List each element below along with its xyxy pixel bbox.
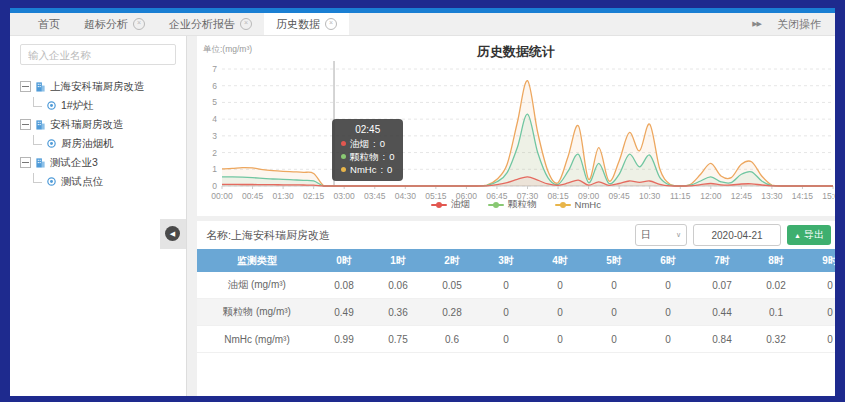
legend-dot-icon [560,202,566,208]
tree-node-point[interactable]: 1#炉灶 [20,96,180,115]
column-header: 监测类型 [197,254,317,268]
monitor-point-icon [46,100,57,111]
data-cell: 0 [803,280,835,291]
data-cell: 0 [587,334,641,345]
column-header: 6时 [641,254,695,268]
period-select-value: 日 [641,228,651,242]
data-cell: 0 [533,280,587,291]
date-value: 2020-04-21 [711,230,762,241]
tree-node-label: 上海安科瑞厨房改造 [50,80,145,94]
close-icon[interactable]: × [325,18,337,30]
app-window: 首页 超标分析 × 企业分析报告 × 历史数据 × ▶▶ 关闭操作 [10,13,835,396]
svg-text:1: 1 [212,164,217,174]
chevron-left-icon: ◀ [170,230,175,238]
data-cell: 0 [641,334,695,345]
legend-line-icon [555,204,571,206]
collapse-node-icon[interactable] [20,157,31,168]
tree-connector [33,135,42,145]
tree-node-label: 1#炉灶 [61,99,94,113]
legend-line-icon [431,204,447,206]
data-cell: 0 [803,334,835,345]
svg-text:0: 0 [212,181,217,191]
tabbar-actions: ▶▶ 关闭操作 [752,13,835,35]
tree-node-enterprise[interactable]: 测试企业3 [20,153,180,172]
tab-enterprise-report[interactable]: 企业分析报告 × [157,13,264,35]
close-icon[interactable]: × [133,18,145,30]
monitor-point-icon [46,176,57,187]
table-toolbar: 名称:上海安科瑞厨房改造 日 ∨ 2020-04-21 ▲ 导出 [197,221,835,249]
legend-item-nmhc[interactable]: NmHc [555,199,601,210]
data-cell: 0.05 [425,280,479,291]
data-cell: 0.08 [317,280,371,291]
tree-node-label: 测试点位 [61,175,103,189]
tree-connector [33,97,42,107]
legend-dot-icon [493,202,499,208]
data-cell: 0.99 [317,334,371,345]
data-cell: 0.1 [749,307,803,318]
tree-node-enterprise[interactable]: 安科瑞厨房改造 [20,115,180,134]
data-cell: 0.49 [317,307,371,318]
data-cell: 0 [533,307,587,318]
collapse-node-icon[interactable] [20,81,31,92]
tree-node-point[interactable]: 测试点位 [20,172,180,191]
data-cell: 0 [587,280,641,291]
column-header: 7时 [695,254,749,268]
column-header: 1时 [371,254,425,268]
tab-bar: 首页 超标分析 × 企业分析报告 × 历史数据 × ▶▶ 关闭操作 [10,13,835,36]
data-cell: 0 [479,307,533,318]
legend-dot-icon [436,202,442,208]
row-label: 颗粒物 (mg/m³) [197,305,317,319]
column-header: 5时 [587,254,641,268]
row-label: NmHc (mg/m³) [197,334,317,345]
period-select[interactable]: 日 ∨ [635,224,687,246]
search-input[interactable] [20,44,176,65]
table-row: 颗粒物 (mg/m³)0.490.360.2800000.440.10 [197,299,835,326]
data-cell: 0 [479,280,533,291]
export-label: 导出 [804,228,824,242]
column-header: 2时 [425,254,479,268]
tab-home[interactable]: 首页 [26,13,72,35]
data-cell: 0 [641,307,695,318]
tree-node-enterprise[interactable]: 上海安科瑞厨房改造 [20,77,180,96]
tree-connector [33,173,42,183]
tree-node-point[interactable]: 厨房油烟机 [20,134,180,153]
collapse-sidebar-button[interactable]: ◀ [165,226,180,241]
data-cell: 0.75 [371,334,425,345]
svg-text:6: 6 [212,81,217,91]
chevron-down-icon: ∨ [676,231,681,239]
building-icon [35,119,46,130]
collapse-node-icon[interactable] [20,119,31,130]
tab-history-data[interactable]: 历史数据 × [264,13,349,35]
tab-exceed-analysis[interactable]: 超标分析 × [72,13,157,35]
data-cell: 0.44 [695,307,749,318]
column-header: 0时 [317,254,371,268]
date-input[interactable]: 2020-04-21 [693,224,781,246]
column-header: 8时 [749,254,803,268]
tree-node-label: 测试企业3 [50,156,98,170]
fast-forward-icon[interactable]: ▶▶ [752,20,761,28]
tab-label: 企业分析报告 [169,17,235,32]
row-label: 油烟 (mg/m³) [197,278,317,292]
monitor-point-icon [46,138,57,149]
data-cell: 0 [641,280,695,291]
export-button[interactable]: ▲ 导出 [787,225,831,245]
legend-label: NmHc [575,199,601,210]
column-header: 3时 [479,254,533,268]
close-operation-button[interactable]: 关闭操作 [777,17,821,32]
data-cell: 0 [479,334,533,345]
data-cell: 0.36 [371,307,425,318]
svg-text:5: 5 [212,97,217,107]
close-icon[interactable]: × [240,18,252,30]
legend-item-particulate[interactable]: 颗粒物 [488,198,537,211]
download-icon: ▲ [794,232,801,239]
tree-node-label: 厨房油烟机 [61,137,114,151]
svg-text:7: 7 [212,64,217,74]
column-header: 4时 [533,254,587,268]
legend-item-oil-smoke[interactable]: 油烟 [431,198,470,211]
tab-label: 首页 [38,17,60,32]
chart-legend: 油烟 颗粒物 NmHc [197,198,835,211]
history-chart-panel: 单位:(mg/m³) 历史数据统计 0123456700:0000:4501:3… [197,36,835,216]
enterprise-sidebar: 上海安科瑞厨房改造 1#炉灶 安科瑞厨房改造 厨房油烟机 [10,36,187,396]
data-cell: 0.02 [749,280,803,291]
tab-label: 历史数据 [276,17,320,32]
